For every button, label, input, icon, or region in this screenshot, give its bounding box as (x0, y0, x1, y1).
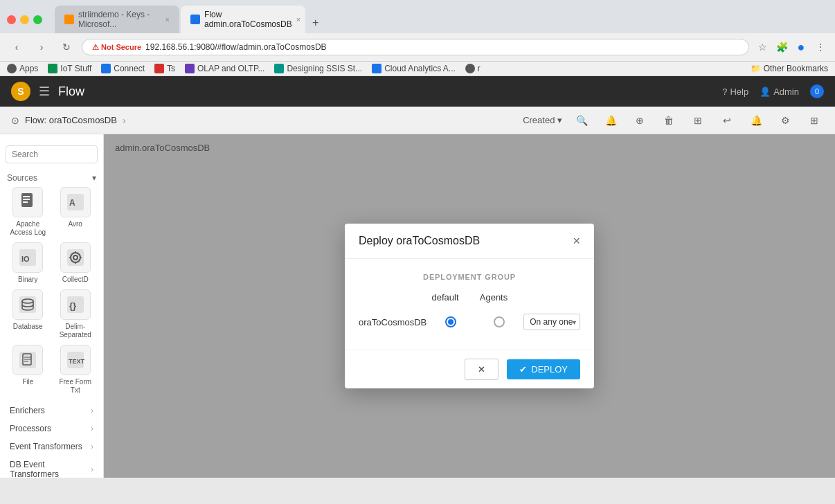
sidebar-item-freeform[interactable]: TEXT Free FormTxt (55, 345, 97, 395)
bookmark-r[interactable]: r (465, 64, 481, 73)
sidebar-item-delim[interactable]: {} Delim-Separated (55, 289, 97, 339)
sources-header[interactable]: Sources ▾ (7, 173, 96, 183)
bookmark-connect[interactable]: Connect (101, 64, 145, 73)
breadcrumb-actions: Created ▾ 🔍 🔔 ⊕ 🗑 ⊞ ↩ 🔔 ⚙ ⊞ (523, 111, 824, 130)
close-button[interactable] (7, 15, 16, 24)
user-icon: 👤 (760, 87, 771, 97)
alert-icon[interactable]: 🔔 (746, 111, 766, 130)
help-button[interactable]: ? Help (722, 87, 748, 97)
deploy-modal: Deploy oraToCosmosDB × DEPLOYMENT GROUP … (345, 224, 594, 388)
enrichers-item[interactable]: Enrichers › (7, 402, 96, 420)
bookmark-star-icon[interactable]: ☆ (755, 39, 770, 55)
node-dropdown-wrapper: On any one node On all nodes (523, 314, 580, 330)
add-icon[interactable]: 🔔 (601, 111, 620, 130)
freeform-icon: TEXT (60, 345, 91, 375)
enrichers-chevron: › (91, 406, 93, 415)
sidebar-item-apache[interactable]: ApacheAccess Log (7, 187, 49, 237)
reload-button[interactable]: ↻ (57, 37, 76, 57)
cloud-favicon (372, 64, 381, 73)
ts-favicon (154, 64, 164, 73)
collectd-label: CollectD (62, 276, 89, 284)
deploy-label: DEPLOY (531, 364, 568, 375)
bookmark-apps[interactable]: Apps (7, 64, 38, 73)
grid-icon[interactable]: ⊞ (688, 111, 708, 130)
bookmark-ts[interactable]: Ts (154, 64, 175, 73)
node-select[interactable]: On any one node On all nodes (523, 314, 580, 330)
svg-text:TEXT: TEXT (69, 358, 85, 365)
search-input[interactable] (6, 145, 98, 163)
notification-badge[interactable]: 0 (810, 84, 824, 98)
sidebar-item-avro[interactable]: A Avro (55, 187, 97, 237)
deploy-check-icon: ✔ (519, 364, 527, 375)
r-favicon (465, 64, 475, 73)
agents-radio-button[interactable] (494, 316, 505, 327)
tab-2-close[interactable]: × (296, 15, 300, 24)
modal-overlay: Deploy oraToCosmosDB × DEPLOYMENT GROUP … (104, 134, 835, 478)
share-icon[interactable]: ⊕ (630, 111, 649, 130)
tab-2[interactable]: Flow admin.oraToCosmosDB × (181, 6, 305, 33)
bookmark-cloud[interactable]: Cloud Analytics A... (372, 64, 456, 73)
delim-icon: {} (60, 289, 91, 320)
bookmark-iot[interactable]: IoT Stuff (48, 64, 91, 73)
tab-1[interactable]: striimdemo - Keys - Microsof... × (55, 6, 179, 33)
profile-icon[interactable]: ● (793, 39, 809, 55)
cancel-icon: ✕ (478, 364, 485, 375)
svg-text:A: A (69, 198, 75, 208)
deployment-group-label: DEPLOYMENT GROUP (359, 273, 580, 281)
processors-item[interactable]: Processors › (7, 420, 96, 438)
minimize-button[interactable] (20, 15, 29, 24)
sources-chevron-icon: ▾ (92, 173, 96, 183)
tab-1-close[interactable]: × (165, 15, 170, 24)
breadcrumb-label: Flow: oraToCosmosDB (25, 115, 117, 125)
search-icon[interactable]: 🔍 (572, 111, 591, 130)
deploy-button[interactable]: ✔ DEPLOY (507, 359, 580, 379)
toolbar-actions: ☆ 🧩 ● ⋮ (755, 39, 828, 55)
delete-icon[interactable]: 🗑 (659, 111, 679, 130)
olap-favicon (185, 64, 195, 73)
address-bar[interactable]: ⚠ Not Secure 192.168.56.1:9080/#flow/adm… (82, 39, 749, 55)
delim-label: Delim-Separated (60, 323, 91, 339)
menu-icon[interactable]: ⋮ (813, 39, 828, 55)
not-secure-indicator: ⚠ Not Secure (92, 43, 141, 52)
breadcrumb-chevron: › (123, 115, 126, 126)
menu-hamburger-icon[interactable]: ☰ (39, 84, 50, 99)
col-default-radio[interactable] (427, 316, 475, 327)
other-bookmarks[interactable]: 📁 Other Bookmarks (751, 64, 828, 73)
back-button[interactable]: ‹ (7, 37, 26, 57)
sidebar-item-collectd[interactable]: CollectD (55, 242, 97, 284)
new-tab-button[interactable]: + (307, 12, 324, 33)
bookmark-olap[interactable]: OLAP and OLTP... (185, 64, 264, 73)
ssis-favicon (274, 64, 284, 73)
undo-icon[interactable]: ↩ (717, 111, 737, 130)
layout-icon[interactable]: ⊞ (805, 111, 824, 130)
cancel-button[interactable]: ✕ (465, 359, 499, 380)
apps-favicon (7, 64, 17, 73)
svg-rect-3 (23, 201, 28, 203)
tab-1-label: striimdemo - Keys - Microsof... (78, 10, 161, 29)
default-radio-button[interactable] (445, 316, 456, 327)
user-menu[interactable]: 👤 Admin (760, 87, 799, 97)
event-transformers-item[interactable]: Event Transformers › (7, 438, 96, 456)
binary-label: Binary (18, 276, 37, 284)
header-actions: ? Help 👤 Admin 0 (722, 84, 824, 98)
col-agents-radio[interactable] (475, 316, 523, 327)
sidebar-item-file[interactable]: File (7, 345, 49, 395)
sidebar-item-database[interactable]: Database (7, 289, 49, 339)
iot-favicon (48, 64, 57, 73)
db-event-transformers-item[interactable]: DB Event Transformers › (7, 456, 96, 478)
forward-button[interactable]: › (32, 37, 51, 57)
browser-chrome: striimdemo - Keys - Microsof... × Flow a… (0, 0, 835, 76)
canvas-area: admin.oraToCosmosDB Deploy oraToCosmosDB… (104, 134, 835, 478)
tab-bar: striimdemo - Keys - Microsof... × Flow a… (55, 6, 324, 33)
modal-close-button[interactable]: × (573, 235, 580, 247)
sort-label[interactable]: Created ▾ (523, 115, 562, 125)
app-container: S ☰ Flow ? Help 👤 Admin 0 ⊙ Flow: oraToC… (0, 76, 835, 478)
sidebar-item-binary[interactable]: IO Binary (7, 242, 49, 284)
avro-label: Avro (69, 220, 82, 228)
apache-label: ApacheAccess Log (10, 220, 46, 237)
bookmark-ssis[interactable]: Designing SSIS St... (274, 64, 362, 73)
settings-icon[interactable]: ⚙ (775, 111, 795, 130)
maximize-button[interactable] (33, 15, 42, 24)
extensions-icon[interactable]: 🧩 (774, 39, 789, 55)
flow-icon: ⊙ (11, 115, 19, 126)
